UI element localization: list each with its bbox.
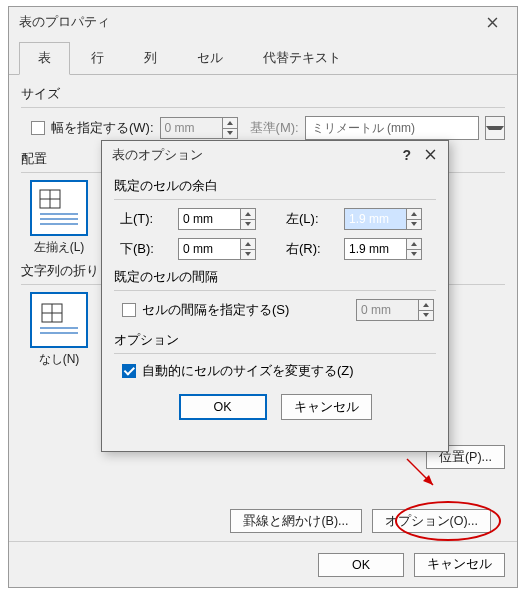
divider xyxy=(114,353,436,354)
tab-table[interactable]: 表 xyxy=(19,42,70,75)
tab-alttext[interactable]: 代替テキスト xyxy=(244,42,360,75)
width-spinner[interactable] xyxy=(160,117,238,139)
child-ok-button[interactable]: OK xyxy=(179,394,267,420)
close-button[interactable] xyxy=(473,8,511,36)
autosize-checkbox-label: 自動的にセルのサイズを変更する(Z) xyxy=(142,362,354,380)
table-options-dialog: 表のオプション ? 既定のセルの余白 上(T): 左(L): 下(B): xyxy=(101,140,449,452)
child-body: 既定のセルの余白 上(T): 左(L): 下(B): 右(R): xyxy=(102,169,448,430)
options-group-label: オプション xyxy=(114,331,436,349)
align-left-thumb[interactable] xyxy=(31,181,87,235)
child-cancel-button[interactable]: キャンセル xyxy=(281,394,372,420)
spacing-checkbox[interactable] xyxy=(122,303,136,317)
ok-button[interactable]: OK xyxy=(318,553,404,577)
group-size-label: サイズ xyxy=(21,85,505,103)
right-spinner[interactable] xyxy=(344,238,444,260)
close-icon xyxy=(425,149,436,160)
spin-down[interactable] xyxy=(240,219,256,231)
top-label: 上(T): xyxy=(120,210,170,228)
spin-up[interactable] xyxy=(418,299,434,310)
bottom-label: 下(B): xyxy=(120,240,170,258)
dialog-title: 表のプロパティ xyxy=(19,13,110,31)
spin-up[interactable] xyxy=(222,117,238,128)
svg-marker-12 xyxy=(423,475,433,485)
bottom-spinner[interactable] xyxy=(178,238,278,260)
child-titlebar: 表のオプション ? xyxy=(102,141,448,169)
spacing-checkbox-label: セルの間隔を指定する(S) xyxy=(142,301,289,319)
spin-up[interactable] xyxy=(406,238,422,249)
unit-combo-value: ミリメートル (mm) xyxy=(306,120,421,137)
tab-row[interactable]: 行 xyxy=(72,42,123,75)
right-label: 右(R): xyxy=(286,240,336,258)
divider xyxy=(21,107,505,108)
width-input[interactable] xyxy=(160,117,222,139)
right-input[interactable] xyxy=(344,238,406,260)
tab-column[interactable]: 列 xyxy=(125,42,176,75)
tab-cell[interactable]: セル xyxy=(178,42,242,75)
table-align-icon xyxy=(38,188,80,228)
unit-label: 基準(M): xyxy=(250,119,299,137)
left-input[interactable] xyxy=(344,208,406,230)
divider xyxy=(114,199,436,200)
spin-down[interactable] xyxy=(406,249,422,261)
width-checkbox[interactable] xyxy=(31,121,45,135)
margins-group-label: 既定のセルの余白 xyxy=(114,177,436,195)
spin-down[interactable] xyxy=(222,128,238,140)
wrap-none-item[interactable]: なし(N) xyxy=(31,293,87,368)
spin-up[interactable] xyxy=(240,238,256,249)
spin-up[interactable] xyxy=(406,208,422,219)
wrap-none-thumb[interactable] xyxy=(31,293,87,347)
dialog-footer: OK キャンセル xyxy=(9,541,517,587)
child-button-row: OK キャンセル xyxy=(114,394,436,420)
spin-down[interactable] xyxy=(406,219,422,231)
child-title: 表のオプション xyxy=(112,146,203,164)
unit-combo[interactable]: ミリメートル (mm) xyxy=(305,116,479,140)
table-wrap-icon xyxy=(38,300,80,340)
tab-strip: 表 行 列 セル 代替テキスト xyxy=(9,37,517,75)
align-left-item[interactable]: 左揃え(L) xyxy=(31,181,87,256)
wrap-none-label: なし(N) xyxy=(31,351,87,368)
options-button[interactable]: オプション(O)... xyxy=(372,509,491,533)
margins-grid: 上(T): 左(L): 下(B): 右(R): xyxy=(120,208,434,260)
left-spinner[interactable] xyxy=(344,208,444,230)
divider xyxy=(114,290,436,291)
left-label: 左(L): xyxy=(286,210,336,228)
top-spinner[interactable] xyxy=(178,208,278,230)
spacing-input[interactable] xyxy=(356,299,418,321)
spin-up[interactable] xyxy=(240,208,256,219)
help-button[interactable]: ? xyxy=(402,147,411,163)
unit-combo-button[interactable] xyxy=(485,116,505,140)
spin-down[interactable] xyxy=(240,249,256,261)
close-icon xyxy=(487,17,498,28)
borders-button[interactable]: 罫線と網かけ(B)... xyxy=(230,509,361,533)
cancel-button[interactable]: キャンセル xyxy=(414,553,505,577)
autosize-checkbox[interactable] xyxy=(122,364,136,378)
bottom-input[interactable] xyxy=(178,238,240,260)
titlebar: 表のプロパティ xyxy=(9,7,517,37)
child-close-button[interactable] xyxy=(425,148,436,163)
spacing-group-label: 既定のセルの間隔 xyxy=(114,268,436,286)
spin-down[interactable] xyxy=(418,310,434,322)
align-left-label: 左揃え(L) xyxy=(31,239,87,256)
top-input[interactable] xyxy=(178,208,240,230)
chevron-down-icon xyxy=(486,126,504,130)
width-checkbox-label: 幅を指定する(W): xyxy=(51,119,154,137)
spacing-spinner[interactable] xyxy=(356,299,434,321)
